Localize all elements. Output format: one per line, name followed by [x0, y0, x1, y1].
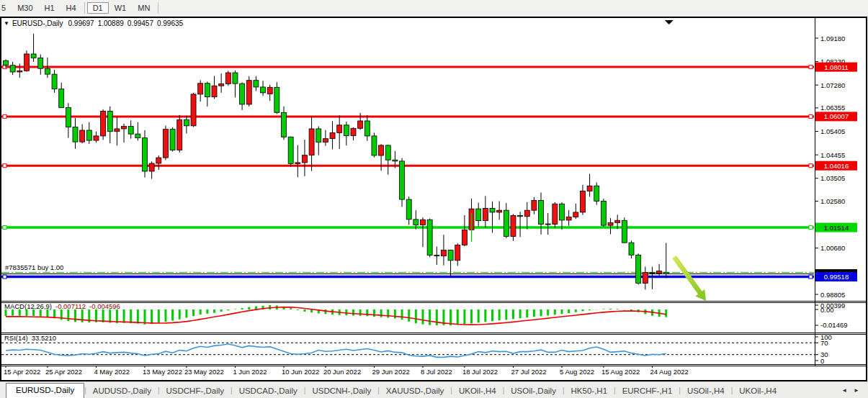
candle-body: [629, 243, 634, 255]
line-handle[interactable]: [809, 164, 813, 168]
date-tick-label: 5 Aug 2022: [560, 368, 594, 376]
date-tick-label: 15 Aug 2022: [601, 368, 640, 376]
tab-xauusd-daily[interactable]: XAUUSD-,Daily: [380, 385, 451, 397]
candle-body: [601, 201, 606, 225]
tab-usdchf-daily[interactable]: USDCHF-,Daily: [160, 385, 231, 397]
line-handle[interactable]: [809, 275, 813, 279]
line-handle[interactable]: [3, 226, 6, 230]
timeframe-toolbar: 5 M30 H1 H4 D1 W1 MN: [0, 0, 868, 16]
candle-body: [233, 73, 238, 83]
tab-eurchf-h1[interactable]: EURCHF-,H1: [616, 385, 679, 397]
ohlc-low: 0.99457: [127, 19, 153, 27]
date-tick-label: 24 Aug 2022: [650, 368, 688, 376]
line-handle[interactable]: [809, 65, 813, 69]
candle-body: [17, 71, 22, 72]
candle-body: [191, 94, 196, 126]
candle-body: [73, 127, 78, 143]
candle-body: [184, 119, 189, 126]
candle-body: [393, 160, 398, 161]
candle-body: [580, 191, 585, 212]
symbol-name: EURUSD-,Daily: [12, 19, 63, 27]
price-line-badge: 0.99518: [824, 273, 849, 281]
tabs-scroll-left-icon[interactable]: ◄: [841, 387, 847, 394]
candle-body: [566, 217, 571, 220]
line-handle[interactable]: [3, 114, 6, 118]
tf-m30[interactable]: M30: [12, 2, 38, 14]
candle-body: [45, 68, 50, 74]
candle-body: [552, 204, 558, 224]
candle-body: [663, 272, 668, 273]
date-tick-label: 10 Jun 2022: [282, 368, 319, 376]
line-handle[interactable]: [809, 226, 813, 230]
candle-body: [413, 220, 419, 225]
tab-ukoil-h4[interactable]: UKOil-,H4: [733, 385, 783, 397]
candle-body: [295, 163, 300, 163]
rsi-label: RSI(14)33.5210: [4, 334, 56, 342]
candle-body: [309, 129, 314, 155]
tf-mn[interactable]: MN: [132, 2, 156, 14]
macd-signal-value: -0.004596: [89, 302, 120, 310]
candle-body: [282, 112, 287, 137]
tf-d1[interactable]: D1: [87, 2, 109, 14]
candle-body: [532, 200, 537, 210]
candle-body: [66, 107, 71, 127]
candle-body: [406, 199, 411, 220]
candle-body: [4, 60, 9, 65]
candle-body: [149, 163, 154, 171]
tf-h4[interactable]: H4: [61, 2, 82, 14]
candle-body: [497, 210, 502, 212]
tf-w1[interactable]: W1: [109, 2, 133, 14]
tab-eurusd-daily[interactable]: EURUSD-,Daily: [6, 383, 84, 398]
tf-5[interactable]: 5: [0, 2, 12, 14]
candle-body: [476, 209, 481, 220]
candle-body: [254, 81, 259, 87]
tab-usoil-daily[interactable]: USOil-,Daily: [504, 385, 563, 397]
candle-body: [344, 125, 349, 136]
tab-hk50-h1[interactable]: HK50-,H1: [565, 385, 614, 397]
candle-body: [504, 210, 509, 236]
order-label[interactable]: #7835571 buy 1.00: [5, 263, 63, 271]
candle-body: [170, 130, 175, 150]
candle-body: [379, 145, 384, 155]
candle-body: [225, 73, 231, 83]
tab-ukoil-h4[interactable]: UKOil-,H4: [452, 385, 503, 397]
tab-usoil-h4[interactable]: USOil-,H4: [681, 385, 731, 397]
price-tick-label: 0.98805: [820, 291, 845, 299]
line-handle[interactable]: [809, 114, 813, 118]
price-tick-label: 1.09180: [820, 35, 845, 42]
price-tick-label: 1.00680: [820, 244, 845, 252]
candle-body: [156, 158, 161, 163]
candle-body: [274, 87, 279, 112]
line-handle[interactable]: [3, 275, 6, 279]
candle-body: [455, 245, 460, 261]
tab-usdcnh-daily[interactable]: USDCNH-,Daily: [305, 385, 377, 397]
date-tick-label: 4 May 2022: [94, 368, 130, 376]
price-line-badge: 1.01514: [824, 224, 849, 232]
rsi-axis-label: 70: [820, 339, 828, 347]
tabs-scroll-right-icon[interactable]: ►: [854, 387, 859, 394]
candle-body: [198, 83, 203, 94]
tf-h1[interactable]: H1: [39, 2, 61, 14]
macd-label: MACD(12,26,9)-0.007112-0.004596: [4, 302, 120, 310]
symbol-dropdown-icon[interactable]: ▼: [4, 20, 9, 27]
candle-body: [427, 220, 432, 255]
candle-body: [385, 145, 390, 160]
candle-body: [539, 200, 544, 224]
candle-body: [545, 224, 550, 225]
candle-body: [650, 273, 655, 273]
tab-usdcad-daily[interactable]: USDCAD-,Daily: [233, 385, 304, 397]
macd-axis-label: 0.00: [820, 306, 834, 314]
rsi-axis-label: 0: [820, 357, 824, 365]
ohlc-high: 1.00889: [98, 19, 124, 27]
candle-body: [38, 58, 43, 68]
candle-body: [205, 83, 210, 97]
candle-body: [636, 255, 641, 283]
candle-body: [483, 208, 488, 220]
date-tick-label: 25 Apr 2022: [45, 368, 82, 376]
line-handle[interactable]: [3, 164, 6, 168]
candle-body: [351, 128, 356, 135]
tab-audusd-daily[interactable]: AUDUSD-,Daily: [86, 385, 158, 397]
candle-body: [560, 204, 565, 220]
candle-body: [115, 129, 120, 132]
candle-body: [441, 250, 446, 255]
